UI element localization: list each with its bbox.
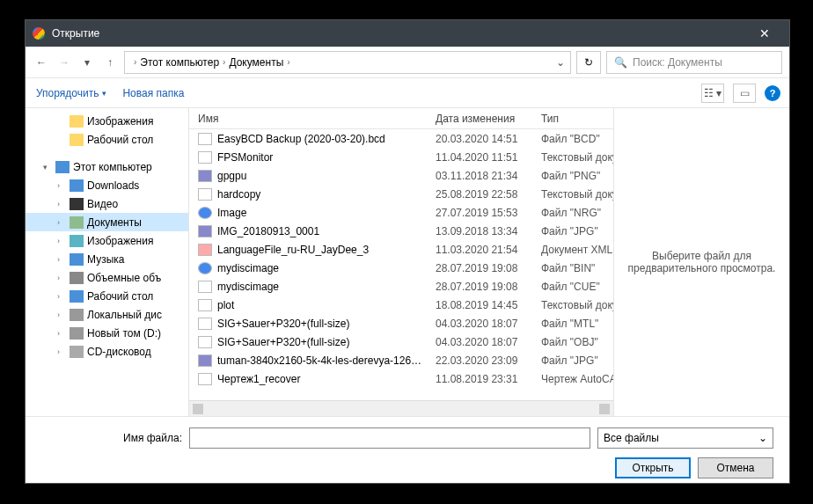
expand-icon[interactable]: › bbox=[57, 200, 66, 208]
tree-node[interactable]: ›Видео bbox=[26, 194, 188, 213]
tree-label: Рабочий стол bbox=[87, 290, 153, 303]
file-name: EasyBCD Backup (2020-03-20).bcd bbox=[217, 133, 385, 145]
file-type: Файл "BCD" bbox=[541, 133, 613, 145]
horizontal-scrollbar[interactable] bbox=[189, 400, 613, 416]
tree-node[interactable]: ›CD-дисковод bbox=[26, 342, 188, 361]
preview-pane-button[interactable]: ▭ bbox=[733, 84, 756, 103]
file-date: 04.03.2020 18:07 bbox=[436, 336, 541, 348]
file-rows[interactable]: EasyBCD Backup (2020-03-20).bcd20.03.202… bbox=[189, 129, 613, 400]
file-row[interactable]: hardcopy25.08.2019 22:58Текстовый докум… bbox=[189, 185, 613, 203]
expand-icon[interactable]: › bbox=[57, 292, 66, 301]
help-icon[interactable]: ? bbox=[765, 85, 780, 101]
file-row[interactable]: SIG+Sauer+P320+(full-size)04.03.2020 18:… bbox=[189, 314, 613, 332]
file-date: 25.08.2019 22:58 bbox=[436, 188, 541, 201]
mus-icon bbox=[70, 253, 84, 266]
expand-icon[interactable]: › bbox=[57, 237, 66, 245]
folder-icon bbox=[70, 134, 84, 146]
crumb-root[interactable]: Этот компьютер bbox=[140, 56, 219, 69]
file-row[interactable]: EasyBCD Backup (2020-03-20).bcd20.03.202… bbox=[189, 129, 613, 148]
file-row[interactable]: FPSMonitor11.04.2020 11:51Текстовый доку… bbox=[189, 148, 613, 166]
refresh-button[interactable]: ↻ bbox=[576, 51, 601, 74]
search-icon: 🔍 bbox=[614, 56, 627, 69]
file-row[interactable]: tuman-3840x2160-5k-4k-les-derevya-126…22… bbox=[189, 351, 613, 369]
file-name: SIG+Sauer+P320+(full-size) bbox=[217, 336, 349, 348]
file-row[interactable]: mydiscimage28.07.2019 19:08Файл "CUE" bbox=[189, 277, 613, 296]
tree-node[interactable]: ›Музыка bbox=[26, 250, 188, 268]
tree-node[interactable]: Изображения bbox=[26, 112, 188, 130]
organize-button[interactable]: Упорядочить▾ bbox=[36, 87, 106, 99]
crumb-folder[interactable]: Документы bbox=[229, 56, 283, 69]
expand-icon[interactable]: › bbox=[57, 274, 66, 282]
col-name[interactable]: Имя bbox=[189, 113, 436, 125]
doc-icon bbox=[70, 216, 84, 229]
col-type[interactable]: Тип bbox=[541, 113, 613, 125]
forward-button[interactable]: → bbox=[55, 54, 73, 71]
file-icon bbox=[198, 188, 212, 201]
file-icon bbox=[198, 225, 212, 237]
file-row[interactable]: mydiscimage28.07.2019 19:08Файл "BIN" bbox=[189, 259, 613, 277]
open-button[interactable]: Открыть bbox=[615, 457, 691, 478]
address-bar[interactable]: › Этот компьютер › Документы › ⌄ bbox=[124, 51, 571, 74]
cd-icon bbox=[70, 346, 84, 358]
file-date: 04.03.2020 18:07 bbox=[436, 318, 541, 330]
tree-label: Изображения bbox=[87, 115, 153, 128]
file-name: FPSMonitor bbox=[217, 151, 273, 164]
file-type: Документ XML bbox=[541, 244, 613, 256]
file-date: 13.09.2018 13:34 bbox=[436, 225, 541, 237]
expand-icon[interactable]: › bbox=[57, 347, 66, 356]
file-date: 11.08.2019 23:31 bbox=[436, 373, 541, 385]
new-folder-button[interactable]: Новая папка bbox=[122, 87, 184, 99]
tree-node[interactable]: ›Локальный дис bbox=[26, 305, 188, 324]
recent-dropdown[interactable]: ▾ bbox=[78, 54, 96, 71]
tree-node[interactable]: ▾Этот компьютер bbox=[26, 157, 188, 176]
file-row[interactable]: LanguageFile_ru-RU_JayDee_311.03.2020 21… bbox=[189, 240, 613, 259]
file-type: Текстовый докум… bbox=[541, 188, 613, 201]
file-row[interactable]: Image27.07.2019 15:53Файл "NRG" bbox=[189, 203, 613, 222]
file-row[interactable]: gpgpu03.11.2018 21:34Файл "PNG" bbox=[189, 166, 613, 185]
expand-icon[interactable]: › bbox=[57, 310, 66, 319]
file-row[interactable]: IMG_20180913_000113.09.2018 13:34Файл "J… bbox=[189, 222, 613, 240]
disk-icon bbox=[70, 309, 84, 321]
file-type: Файл "BIN" bbox=[541, 262, 613, 274]
tree-node[interactable]: ›Downloads bbox=[26, 176, 188, 194]
file-icon bbox=[198, 318, 212, 330]
file-date: 11.04.2020 11:51 bbox=[436, 151, 541, 164]
tree-label: Изображения bbox=[87, 235, 153, 247]
file-type: Текстовый докум… bbox=[541, 151, 613, 164]
nav-row: ← → ▾ ↑ › Этот компьютер › Документы › ⌄… bbox=[26, 47, 789, 78]
view-mode-button[interactable]: ☷ ▾ bbox=[701, 84, 724, 103]
file-type: Файл "JPG" bbox=[541, 225, 613, 237]
search-input[interactable]: 🔍 Поиск: Документы bbox=[606, 51, 782, 74]
tree-node[interactable]: ›Изображения bbox=[26, 231, 188, 250]
file-row[interactable]: plot18.08.2019 14:45Текстовый докум… bbox=[189, 296, 613, 314]
close-icon[interactable]: ✕ bbox=[747, 26, 782, 40]
expand-icon[interactable]: › bbox=[57, 329, 66, 338]
file-type: Файл "CUE" bbox=[541, 281, 613, 293]
pc-icon bbox=[55, 161, 70, 173]
column-headers[interactable]: Имя Дата изменения Тип bbox=[189, 108, 613, 129]
filetype-filter[interactable]: Все файлы ⌄ bbox=[597, 427, 773, 449]
tree-label: Новый том (D:) bbox=[87, 327, 161, 340]
vid-icon bbox=[70, 198, 84, 210]
tree-node[interactable]: ›Документы bbox=[26, 213, 188, 231]
expand-icon[interactable]: ▾ bbox=[43, 163, 52, 172]
col-date[interactable]: Дата изменения bbox=[436, 113, 541, 125]
expand-icon[interactable]: › bbox=[57, 255, 66, 264]
expand-icon[interactable]: › bbox=[57, 218, 66, 227]
file-icon bbox=[198, 373, 212, 385]
back-button[interactable]: ← bbox=[33, 54, 50, 71]
up-button[interactable]: ↑ bbox=[101, 54, 119, 71]
filename-input[interactable] bbox=[189, 427, 590, 449]
address-dropdown-icon[interactable]: ⌄ bbox=[556, 56, 565, 69]
tree-node[interactable]: ›Рабочий стол bbox=[26, 287, 188, 305]
folder-tree[interactable]: ИзображенияРабочий стол▾Этот компьютер›D… bbox=[26, 108, 189, 416]
file-row[interactable]: Чертеж1_recover11.08.2019 23:31Чертеж Au… bbox=[189, 369, 613, 388]
file-row[interactable]: SIG+Sauer+P320+(full-size)04.03.2020 18:… bbox=[189, 332, 613, 351]
tree-node[interactable]: ›Новый том (D:) bbox=[26, 324, 188, 342]
expand-icon[interactable]: › bbox=[57, 181, 66, 190]
folder-icon bbox=[70, 115, 84, 128]
tree-node[interactable]: Рабочий стол bbox=[26, 130, 188, 149]
tree-node[interactable]: ›Объемные объ bbox=[26, 268, 188, 287]
cancel-button[interactable]: Отмена bbox=[698, 457, 773, 478]
tree-label: Рабочий стол bbox=[87, 134, 153, 146]
